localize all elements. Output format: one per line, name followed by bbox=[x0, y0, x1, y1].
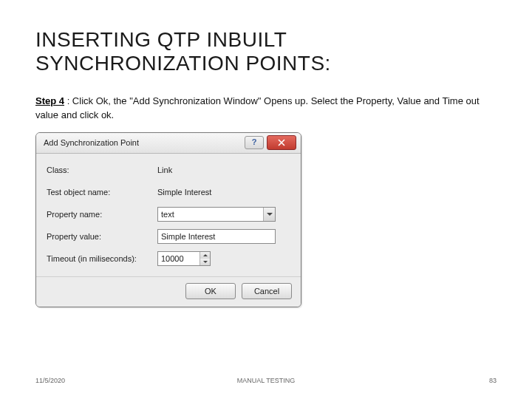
property-value-text: Simple Interest bbox=[161, 232, 215, 241]
add-sync-dialog: Add Synchronization Point ? Class: Link … bbox=[35, 132, 301, 307]
titlebar-buttons: ? bbox=[245, 135, 296, 150]
spinner-buttons bbox=[200, 252, 210, 265]
footer-date: 11/5/2020 bbox=[35, 377, 65, 384]
timeout-value: 10000 bbox=[158, 254, 200, 263]
timeout-label: Timeout (in miliseconds): bbox=[47, 254, 157, 263]
footer-center: MANUAL TESTING bbox=[237, 377, 296, 384]
ok-button[interactable]: OK bbox=[185, 283, 236, 299]
slide-footer: 11/5/2020 MANUAL TESTING 83 bbox=[35, 377, 497, 384]
help-button[interactable]: ? bbox=[245, 136, 264, 149]
step-label: Step 4 bbox=[35, 95, 64, 106]
property-name-label: Property name: bbox=[47, 210, 157, 219]
footer-page: 83 bbox=[489, 377, 497, 384]
property-value-input[interactable]: Simple Interest bbox=[157, 229, 276, 244]
close-icon bbox=[278, 139, 285, 146]
dialog-title: Add Synchronization Point bbox=[44, 138, 139, 147]
dialog-body: Class: Link Test object name: Simple Int… bbox=[36, 154, 301, 276]
dialog-titlebar: Add Synchronization Point ? bbox=[36, 133, 301, 154]
step-description: Step 4 : Click Ok, the "Add Synchronizat… bbox=[35, 95, 497, 121]
spin-up-icon[interactable] bbox=[200, 252, 210, 259]
object-name-value: Simple Interest bbox=[157, 188, 211, 197]
chevron-down-icon[interactable] bbox=[263, 208, 275, 221]
class-label: Class: bbox=[47, 166, 157, 174]
cancel-button[interactable]: Cancel bbox=[242, 283, 292, 299]
page-title: INSERTING QTP INBUILT SYNCHRONIZATION PO… bbox=[35, 28, 497, 75]
property-value-label: Property value: bbox=[47, 232, 157, 241]
dialog-footer: OK Cancel bbox=[36, 276, 301, 307]
timeout-spinner[interactable]: 10000 bbox=[157, 251, 211, 266]
property-name-value: text bbox=[161, 210, 174, 219]
class-value: Link bbox=[157, 166, 172, 174]
property-name-combo[interactable]: text bbox=[157, 207, 276, 222]
object-name-label: Test object name: bbox=[47, 188, 157, 197]
step-body: : Click Ok, the "Add Synchronization Win… bbox=[35, 95, 480, 120]
close-button[interactable] bbox=[267, 135, 296, 150]
spin-down-icon[interactable] bbox=[200, 259, 210, 265]
